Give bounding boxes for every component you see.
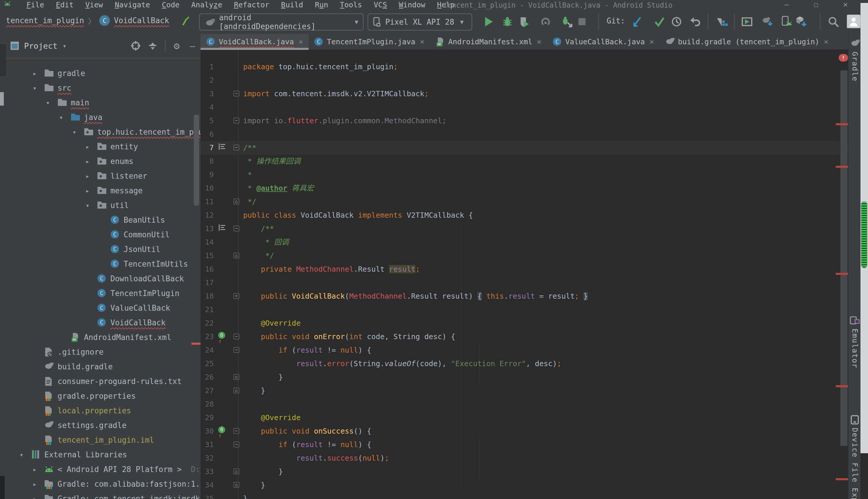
tree-row-jsonutil[interactable]: CJsonUtil — [6, 242, 201, 257]
overrides-method-icon[interactable]: O↑ — [218, 332, 229, 342]
fold-collapse-icon[interactable]: − — [234, 145, 239, 150]
menu-navigate[interactable]: Navigate — [115, 1, 150, 9]
close-tab-icon[interactable]: ✕ — [537, 38, 541, 46]
scrollbar-thumb[interactable] — [841, 70, 847, 446]
chevron-down-icon[interactable]: ▾ — [60, 42, 69, 50]
gradle-sync-button[interactable] — [761, 16, 773, 27]
search-everywhere-icon[interactable] — [828, 16, 839, 27]
tree-row--gitignore[interactable]: .gitignore — [6, 345, 201, 360]
editor-tab-tencentimplugin-java[interactable]: CTencentImPlugin.java✕ — [309, 34, 430, 49]
code-line-31[interactable]: 31− if (result != null) { — [201, 438, 848, 451]
history-icon[interactable] — [671, 16, 682, 27]
tree-row-util[interactable]: ▾util — [6, 198, 201, 213]
code-line-22[interactable]: 22 @Override — [201, 317, 848, 330]
avatar[interactable] — [847, 15, 860, 28]
close-tab-icon[interactable]: ✕ — [420, 38, 424, 46]
tree-row-build-gradle[interactable]: build.gradle — [6, 360, 201, 374]
left-tab-icon-fragment[interactable] — [0, 92, 4, 106]
fold-collapse-icon[interactable]: − — [234, 441, 239, 447]
code-line-32[interactable]: 32 result.success(null); — [201, 451, 848, 465]
menu-file[interactable]: File — [26, 1, 44, 9]
fold-collapse-icon[interactable]: ⌂ — [234, 253, 239, 258]
tree-row-src[interactable]: ▾src — [6, 81, 201, 95]
code-editor[interactable]: 1package top.huic.tencent_im_plugin;23−i… — [201, 50, 848, 499]
fold-collapse-icon[interactable]: − — [234, 333, 239, 339]
tree-row-voidcallback[interactable]: CVoidCallBack — [6, 315, 201, 330]
tree-row-java[interactable]: ▾java — [6, 110, 201, 125]
tree-row--android-api-28-platform-[interactable]: ▸< Android API 28 Platform > D:\An — [6, 462, 201, 477]
tree-row-downloadcallback[interactable]: CDownloadCallBack — [6, 271, 201, 286]
editor-tab-valuecallback-java[interactable]: CValueCallBack.java✕ — [547, 34, 659, 49]
code-line-11[interactable]: 11⌂ */ — [201, 195, 848, 209]
tree-down-arrow-icon[interactable]: ▾ — [44, 99, 52, 107]
menu-tools[interactable]: Tools — [340, 1, 362, 9]
tree-right-arrow-icon[interactable]: ▸ — [83, 143, 92, 150]
code-line-7[interactable]: 7−/** — [201, 141, 848, 155]
tree-right-arrow-icon[interactable]: ▸ — [83, 187, 92, 195]
tree-down-arrow-icon[interactable]: ▾ — [31, 85, 39, 92]
code-line-26[interactable]: 26⌂ } — [201, 370, 848, 384]
code-line-6[interactable]: 6 — [201, 127, 848, 141]
tree-row-beanutils[interactable]: CBeanUtils — [6, 213, 201, 227]
git-commit-button[interactable] — [654, 16, 665, 27]
error-stripe-mark[interactable] — [836, 123, 848, 125]
tree-right-arrow-icon[interactable]: ▸ — [83, 158, 92, 165]
menu-vcs[interactable]: VCS — [374, 1, 387, 9]
menu-code[interactable]: Code — [162, 1, 179, 9]
code-line-24[interactable]: 24− if (result != null) { — [201, 343, 848, 357]
tree-row-enums[interactable]: ▸enums — [6, 154, 201, 169]
panel-title[interactable]: Project — [24, 41, 58, 50]
tree-row-tencentimutils[interactable]: CTencentImUtils — [6, 257, 201, 271]
error-stripe-mark[interactable] — [836, 166, 848, 168]
overrides-method-icon[interactable]: O↑ — [218, 426, 229, 436]
attach-debugger-button[interactable] — [561, 16, 573, 27]
maximize-button[interactable]: ☐ — [811, 0, 821, 9]
code-line-4[interactable]: 4 — [201, 101, 848, 114]
tree-row-gradle-com-tencent-imsdk-imsdk-5-[interactable]: ▸Gradle: com.tencent.imsdk:imsdk:5. — [6, 491, 201, 499]
tree-row-main[interactable]: ▾main — [6, 95, 201, 110]
collapse-all-icon[interactable] — [147, 40, 158, 52]
menu-build[interactable]: Build — [281, 1, 303, 9]
code-line-2[interactable]: 2 — [201, 74, 848, 87]
gear-icon[interactable]: ⚙ — [171, 40, 183, 52]
menu-refactor[interactable]: Refactor — [234, 1, 269, 9]
tree-row-message[interactable]: ▸message — [6, 183, 201, 198]
code-line-25[interactable]: 25 result.error(String.valueOf(code), "E… — [201, 357, 848, 370]
close-tab-icon[interactable]: ✕ — [650, 38, 654, 46]
fold-collapse-icon[interactable]: − — [234, 90, 239, 97]
code-line-21[interactable]: 21 — [201, 303, 848, 317]
tree-row-tencentimplugin[interactable]: CTencentImPlugin — [6, 286, 201, 301]
code-line-18[interactable]: 18+ public VoidCallBack(MethodChannel.Re… — [201, 290, 848, 303]
editor-tab-voidcallback-java[interactable]: CVoidCallBack.java✕ — [201, 34, 309, 49]
code-line-35[interactable]: 35} — [201, 492, 848, 499]
build-hammer-icon[interactable] — [180, 15, 192, 26]
tree-right-arrow-icon[interactable]: ▸ — [31, 466, 39, 473]
menu-view[interactable]: View — [85, 1, 103, 9]
code-line-8[interactable]: 8 * 操作结果回调 — [201, 155, 848, 168]
apply-changes-button[interactable] — [519, 16, 530, 27]
edge-scrollbar-thumb[interactable] — [861, 201, 867, 268]
code-line-34[interactable]: 34⌂ } — [201, 478, 848, 492]
fold-collapse-icon[interactable]: ⌂ — [234, 374, 239, 380]
tree-row-tencent-im-plugin-iml[interactable]: tencent_im_plugin.iml — [6, 433, 201, 447]
editor-scrollbar[interactable] — [835, 50, 848, 499]
run-configuration-select[interactable]: android [androidDependencies] ▼ — [199, 13, 364, 31]
tree-down-arrow-icon[interactable]: ▾ — [57, 114, 65, 121]
tree-row-gradle-com-alibaba-fastjson-1-2-6[interactable]: ▸Gradle: com.alibaba:fastjson:1.2.6 — [6, 477, 201, 491]
fold-collapse-icon[interactable]: ⌂ — [234, 468, 239, 474]
run-button[interactable] — [483, 16, 495, 27]
code-line-13[interactable]: 13− /** — [201, 222, 848, 235]
tab-emulator[interactable]: Emulator — [848, 316, 861, 368]
tree-row-androidmanifest-xml[interactable]: MFAndroidManifest.xml — [6, 330, 201, 345]
tree-right-arrow-icon[interactable]: ▸ — [31, 480, 39, 488]
error-stripe-mark[interactable] — [836, 385, 848, 387]
locate-file-icon[interactable] — [130, 40, 142, 52]
avd-manager-button[interactable] — [781, 16, 793, 27]
git-update-button[interactable] — [631, 16, 643, 27]
code-line-29[interactable]: 29 @Override — [201, 411, 848, 425]
breadcrumb-module[interactable]: tencent_im_plugin — [6, 16, 84, 25]
close-tab-icon[interactable]: ✕ — [299, 38, 303, 46]
tree-row-external-libraries[interactable]: ▾External Libraries — [6, 447, 201, 462]
close-tab-icon[interactable]: ✕ — [824, 38, 828, 46]
tree-down-arrow-icon[interactable]: ▾ — [83, 202, 92, 209]
